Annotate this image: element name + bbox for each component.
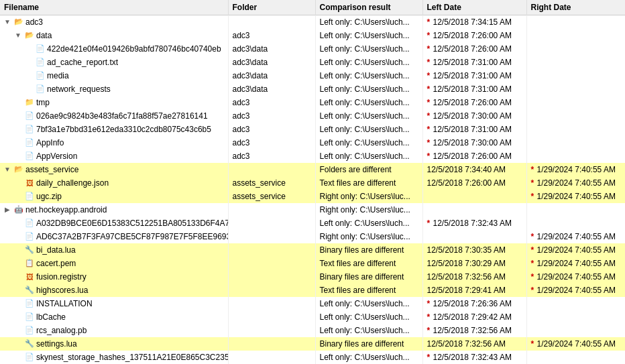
file-lua-icon: 🔧 xyxy=(25,245,34,255)
table-row[interactable]: 📄rcs_analog.pbLeft only: C:\Users\luch..… xyxy=(0,324,625,337)
header-left-date[interactable]: Left Date xyxy=(422,0,526,15)
comparison-cell: Left only: C:\Users\luch... xyxy=(315,29,422,42)
date-value: 1/29/2024 7:40:55 AM xyxy=(537,286,616,295)
comparison-cell: Binary files are different xyxy=(315,243,422,257)
modified-indicator: * xyxy=(427,44,433,54)
date-value: 12/5/2018 7:26:36 AM xyxy=(433,299,512,308)
filename-cell: 🔧settings.lua xyxy=(0,337,228,351)
table-row[interactable]: 📄ad_cache_report.txtadc3\dataLeft only: … xyxy=(0,56,625,69)
tree-expander xyxy=(13,98,23,107)
table-row[interactable]: 📄422de421e0f4e019426b9abfd780746bc40740e… xyxy=(0,42,625,56)
table-row[interactable]: 📄ugc.zipassets_serviceRight only: C:\Use… xyxy=(0,190,625,203)
right-date-cell xyxy=(526,217,625,230)
table-row[interactable]: ▼📂dataadc3Left only: C:\Users\luch...* 1… xyxy=(0,29,625,42)
folder-cell: adc3 xyxy=(228,149,315,163)
file-img-icon: 🖼 xyxy=(25,178,34,188)
comparison-cell: Left only: C:\Users\luch... xyxy=(315,96,422,109)
table-row[interactable]: 📄A032DB9BCE0E6D15383C512251BA805133D6F4A… xyxy=(0,217,625,230)
right-date-cell xyxy=(526,203,625,217)
modified-indicator: * xyxy=(427,353,433,362)
table-row[interactable]: 📄skynest_storage_hashes_137511A21E0E865C… xyxy=(0,351,625,364)
file-name: AppInfo xyxy=(36,138,64,147)
folder-open-icon: 📂 xyxy=(14,17,23,27)
comparison-cell: Left only: C:\Users\luch... xyxy=(315,56,422,69)
date-value: 12/5/2018 7:31:00 AM xyxy=(433,58,512,67)
folder-cell: adc3 xyxy=(228,109,315,123)
left-date-cell: * 12/5/2018 7:26:00 AM xyxy=(422,149,526,163)
table-row[interactable]: ▼📂adc3Left only: C:\Users\luch...* 12/5/… xyxy=(0,15,625,29)
table-row[interactable]: 📁tmpadc3Left only: C:\Users\luch...* 12/… xyxy=(0,96,625,109)
table-row[interactable]: 🖼fusion.registryBinary files are differe… xyxy=(0,270,625,284)
right-date-cell xyxy=(526,351,625,364)
file-name: rcs_analog.pb xyxy=(36,326,87,335)
comparison-cell: Binary files are different xyxy=(315,270,422,284)
right-date-cell xyxy=(526,297,625,310)
table-row[interactable]: 📄AD6C37A2B7F3FA97CBE5CF87F987E7F5F8EE969… xyxy=(0,230,625,243)
table-row[interactable]: 📄mediaadc3\dataLeft only: C:\Users\luch.… xyxy=(0,69,625,82)
filename-cell: 📄026ae9c9824b3e483fa6c71fa88f57ae2781614… xyxy=(0,109,228,123)
tree-expander[interactable]: ▶ xyxy=(3,205,12,215)
file-blue-icon: 📄 xyxy=(25,138,34,147)
table-row[interactable]: 📄AppInfoadc3Left only: C:\Users\luch...*… xyxy=(0,136,625,149)
header-folder[interactable]: Folder xyxy=(228,0,315,15)
table-row[interactable]: 🖼daily_challenge.jsonassets_serviceText … xyxy=(0,176,625,190)
folder-cell xyxy=(228,337,315,351)
table-row[interactable]: 📄INSTALLATIONLeft only: C:\Users\luch...… xyxy=(0,297,625,310)
table-row[interactable]: 📄AppVersionadc3Left only: C:\Users\luch.… xyxy=(0,149,625,163)
file-blue-icon: 📄 xyxy=(25,326,34,335)
table-row[interactable]: 🔧settings.luaBinary files are different1… xyxy=(0,337,625,351)
file-blue-icon: 📄 xyxy=(25,353,34,362)
file-name: 7bf3a1e7bbd31e612eda3310c2cdb8075c43c6b5 xyxy=(36,125,211,134)
comparison-cell: Left only: C:\Users\luch... xyxy=(315,109,422,123)
table-row[interactable]: 📄026ae9c9824b3e483fa6c71fa88f57ae2781614… xyxy=(0,109,625,123)
file-name: ad_cache_report.txt xyxy=(47,58,118,67)
right-date-cell xyxy=(526,56,625,69)
filename-cell: 📄network_requests xyxy=(0,82,228,96)
table-row[interactable]: 🔧bi_data.luaBinary files are different12… xyxy=(0,243,625,257)
file-name: 026ae9c9824b3e483fa6c71fa88f57ae27816141 xyxy=(36,111,208,121)
date-value: 1/29/2024 7:40:55 AM xyxy=(537,272,616,282)
tree-expander[interactable]: ▼ xyxy=(3,17,12,27)
file-blue-icon: 📄 xyxy=(25,111,34,121)
right-date-cell: * 1/29/2024 7:40:55 AM xyxy=(526,270,625,284)
android-icon: 🤖 xyxy=(14,205,23,215)
left-date-cell: 12/5/2018 7:30:35 AM xyxy=(422,243,526,257)
table-row[interactable]: 📄network_requestsadc3\dataLeft only: C:\… xyxy=(0,82,625,96)
comparison-cell: Right only: C:\Users\luc... xyxy=(315,203,422,217)
table-row[interactable]: ▶🤖net.hockeyapp.androidRight only: C:\Us… xyxy=(0,203,625,217)
tree-expander[interactable]: ▼ xyxy=(13,31,23,40)
file-lua-icon: 🔧 xyxy=(25,339,34,349)
header-filename[interactable]: Filename xyxy=(0,0,228,15)
folder-cell xyxy=(228,324,315,337)
file-comparison-table[interactable]: Filename Folder Comparison result Left D… xyxy=(0,0,625,364)
date-value: 12/5/2018 7:26:00 AM xyxy=(433,44,512,54)
tree-expander xyxy=(13,272,23,282)
right-date-cell xyxy=(526,109,625,123)
right-date-cell: * 1/29/2024 7:40:55 AM xyxy=(526,337,625,351)
folder-cell: assets_service xyxy=(228,190,315,203)
right-date-cell xyxy=(526,69,625,82)
file-name: fusion.registry xyxy=(36,272,87,282)
left-date-cell: 12/5/2018 7:32:56 AM xyxy=(422,337,526,351)
right-date-cell xyxy=(526,136,625,149)
filename-cell: 📄422de421e0f4e019426b9abfd780746bc40740e… xyxy=(0,42,228,56)
modified-indicator: * xyxy=(427,71,433,80)
header-right-date[interactable]: Right Date xyxy=(526,0,625,15)
table-row[interactable]: ▼📂assets_serviceFolders are different12/… xyxy=(0,163,625,176)
table-row[interactable]: 📋cacert.pemText files are different12/5/… xyxy=(0,257,625,270)
filename-cell: 📄rcs_analog.pb xyxy=(0,324,228,337)
modified-indicator: * xyxy=(531,272,536,282)
folder-cell: adc3 xyxy=(228,136,315,149)
table-row[interactable]: 📄7bf3a1e7bbd31e612eda3310c2cdb8075c43c6b… xyxy=(0,123,625,136)
folder-cell xyxy=(228,270,315,284)
file-name: tmp xyxy=(36,98,50,107)
folder-cell: adc3 xyxy=(228,29,315,42)
tree-expander[interactable]: ▼ xyxy=(3,165,12,174)
table-row[interactable]: 🔧highscores.luaText files are different1… xyxy=(0,284,625,297)
table-row[interactable]: 📄lbCacheLeft only: C:\Users\luch...* 12/… xyxy=(0,310,625,324)
filename-cell: 📄INSTALLATION xyxy=(0,297,228,310)
right-date-cell xyxy=(526,310,625,324)
header-comparison[interactable]: Comparison result xyxy=(315,0,422,15)
comparison-cell: Folders are different xyxy=(315,163,422,176)
right-date-cell: * 1/29/2024 7:40:55 AM xyxy=(526,176,625,190)
